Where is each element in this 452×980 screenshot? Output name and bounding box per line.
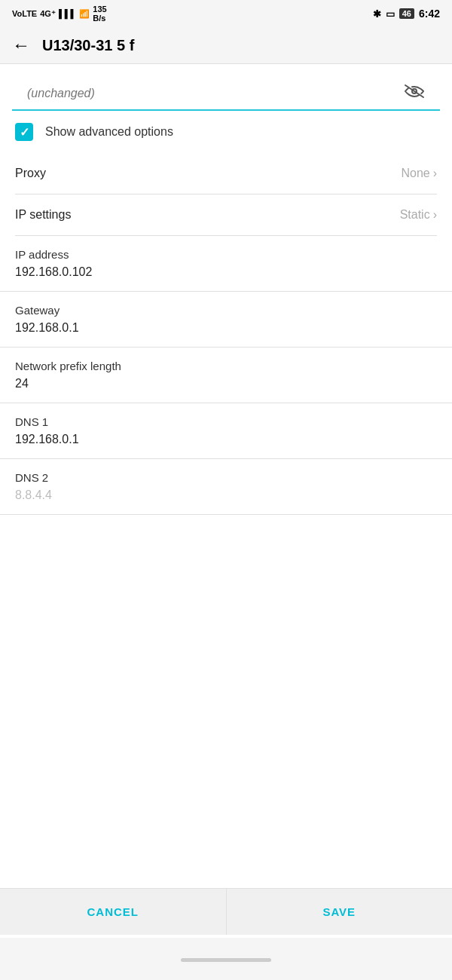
network-prefix-value[interactable]: 24 <box>15 377 437 403</box>
volte-indicator: VoLTE <box>12 9 37 18</box>
dns1-group: DNS 1 192.168.0.1 <box>0 403 452 459</box>
toggle-password-icon[interactable] <box>404 84 425 103</box>
status-left: VoLTE 4G⁺ ▌▌▌ 📶 135B/s <box>12 5 107 23</box>
cancel-button[interactable]: CANCEL <box>0 889 227 935</box>
save-button[interactable]: SAVE <box>227 889 453 935</box>
phone-icon: ▭ <box>386 8 395 20</box>
checkmark-icon: ✓ <box>20 125 29 139</box>
home-pill <box>181 958 271 962</box>
bottom-buttons: CANCEL SAVE <box>0 888 452 935</box>
network-prefix-label: Network prefix length <box>15 348 437 377</box>
proxy-value[interactable]: None › <box>401 167 437 180</box>
ip-address-label: IP address <box>15 236 437 265</box>
dns1-label: DNS 1 <box>15 403 437 433</box>
status-bar: VoLTE 4G⁺ ▌▌▌ 📶 135B/s ✱ ▭ 46 6:42 <box>0 0 452 27</box>
ip-settings-label: IP settings <box>15 208 71 222</box>
dns2-value[interactable]: 8.8.4.4 <box>15 488 437 514</box>
status-time: 6:42 <box>419 8 440 20</box>
ip-settings-row[interactable]: IP settings Static › <box>15 194 437 236</box>
signal-4g: 4G⁺ <box>40 9 56 19</box>
bluetooth-icon: ✱ <box>373 8 381 20</box>
ip-address-group: IP address 192.168.0.102 <box>0 236 452 292</box>
advanced-options-label: Show advanced options <box>45 125 173 139</box>
password-field[interactable] <box>12 72 440 111</box>
wifi-icon: 📶 <box>79 9 90 19</box>
proxy-row[interactable]: Proxy None › <box>15 153 437 194</box>
signal-bars: ▌▌▌ <box>59 9 76 18</box>
advanced-options-row[interactable]: ✓ Show advanced options <box>0 111 452 153</box>
dns2-group: DNS 2 8.8.4.4 <box>0 459 452 515</box>
proxy-chevron-icon: › <box>433 167 437 180</box>
gateway-label: Gateway <box>15 292 437 321</box>
network-prefix-group: Network prefix length 24 <box>0 348 452 403</box>
content-area: ✓ Show advanced options Proxy None › IP … <box>0 64 452 980</box>
ip-settings-section: IP settings Static › <box>0 194 452 236</box>
proxy-label: Proxy <box>15 167 46 180</box>
dns2-label: DNS 2 <box>15 459 437 488</box>
ip-address-value[interactable]: 192.168.0.102 <box>15 265 437 291</box>
dns1-value[interactable]: 192.168.0.1 <box>15 433 437 458</box>
status-right: ✱ ▭ 46 6:42 <box>373 8 440 20</box>
gateway-value[interactable]: 192.168.0.1 <box>15 321 437 347</box>
ip-settings-chevron-icon: › <box>433 208 437 222</box>
page-title: U13/30-31 5 f <box>42 37 134 54</box>
back-button[interactable]: ← <box>12 35 30 56</box>
proxy-section: Proxy None › <box>0 153 452 194</box>
password-input[interactable] <box>27 87 404 100</box>
app-bar: ← U13/30-31 5 f <box>0 27 452 64</box>
battery-icon: 46 <box>399 8 414 19</box>
ip-settings-value[interactable]: Static › <box>400 208 437 222</box>
data-speed: 135B/s <box>93 5 106 23</box>
proxy-value-text: None <box>401 167 429 180</box>
ip-settings-value-text: Static <box>400 208 430 222</box>
home-indicator <box>0 938 452 980</box>
advanced-options-checkbox[interactable]: ✓ <box>15 123 33 141</box>
gateway-group: Gateway 192.168.0.1 <box>0 292 452 348</box>
